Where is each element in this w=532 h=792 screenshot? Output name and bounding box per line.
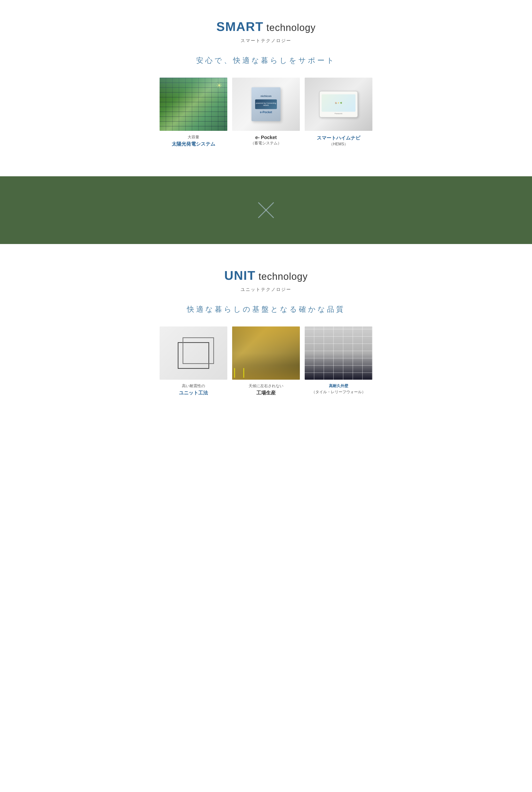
battery-pocket: powered by Connecting HEMS: [255, 99, 277, 109]
hems-label-main: スマートハイムナビ: [305, 135, 373, 141]
battery-brand: nichicon: [261, 95, 271, 97]
unit-title: UNIT technology: [5, 268, 527, 283]
hems-brand: Panasonic: [335, 113, 343, 114]
battery-image: nichicon powered by Connecting HEMS e-Po…: [232, 78, 300, 131]
factory-line1: [234, 368, 235, 378]
solar-label-sub: 大容量: [159, 135, 227, 140]
smart-title: SMART technology: [5, 19, 527, 34]
hems-screen: 🏠 ⚡ 🌿: [322, 94, 356, 112]
unit-frame-3d: [173, 335, 214, 371]
unit-section: UNIT technology ユニットテクノロジー 快適な暮らしの基盤となる確…: [0, 249, 532, 420]
factory-line2: [243, 368, 244, 378]
smart-title-bold: SMART: [216, 19, 264, 34]
battery-label-title: e- Pocket: [232, 135, 300, 140]
factory-label-sub: 天候に左右されない: [232, 383, 300, 389]
frame-corner-tl: [183, 337, 187, 342]
battery-name: e-Pocket: [260, 111, 272, 114]
hems-label-paren: （HEMS）: [305, 142, 373, 147]
tile-wall-image: [305, 326, 373, 380]
product-hems: 🏠 ⚡ 🌿 Panasonic スマートハイムナビ （HEMS）: [305, 78, 373, 147]
solar-label-main: 太陽光発電システム: [159, 141, 227, 147]
unit-frame-image: [159, 326, 227, 380]
tile-label-paren: （タイル・レリーフウォール）: [305, 390, 373, 395]
factory-label-main: 工場生産: [232, 390, 300, 396]
hems-device: 🏠 ⚡ 🌿 Panasonic: [319, 91, 358, 117]
unit-tagline: 快適な暮らしの基盤となる確かな品質: [5, 304, 527, 314]
smart-section: SMART technology スマートテクノロジー 安心で、快適な暮らしをサ…: [0, 0, 532, 171]
unit-frame-label-main: ユニット工法: [159, 390, 227, 396]
unit-title-bold: UNIT: [224, 268, 255, 283]
factory-image: [232, 326, 300, 380]
unit-subtitle-jp: ユニットテクノロジー: [5, 287, 527, 293]
product-factory: 天候に左右されない 工場生産: [232, 326, 300, 396]
hems-image: 🏠 ⚡ 🌿 Panasonic: [305, 78, 373, 131]
battery-label-paren: （蓄電システム）: [232, 141, 300, 146]
unit-frame-label-sub: 高い耐震性の: [159, 383, 227, 389]
product-battery: nichicon powered by Connecting HEMS e-Po…: [232, 78, 300, 147]
product-unit-frame: 高い耐震性の ユニット工法: [159, 326, 227, 396]
battery-box: nichicon powered by Connecting HEMS e-Po…: [251, 87, 281, 121]
smart-product-grid: 大容量 太陽光発電システム nichicon powered by Connec…: [157, 78, 375, 147]
divider-band: [0, 176, 532, 244]
smart-tagline: 安心で、快適な暮らしをサポート: [5, 56, 527, 65]
product-solar: 大容量 太陽光発電システム: [159, 78, 227, 147]
unit-product-grid: 高い耐震性の ユニット工法 天候に左右されない 工場生産 高耐久外壁: [157, 326, 375, 396]
smart-subtitle-jp: スマートテクノロジー: [5, 38, 527, 43]
page-wrapper: SMART technology スマートテクノロジー 安心で、快適な暮らしをサ…: [0, 0, 532, 420]
frame-corner-tr: [209, 337, 214, 342]
unit-title-light: technology: [259, 271, 308, 282]
smart-title-light: technology: [266, 22, 316, 33]
product-tile-wall: 高耐久外壁 （タイル・レリーフウォール）: [305, 326, 373, 396]
frame-corner-bl: [183, 359, 187, 364]
x-symbol: [254, 198, 278, 222]
factory-floor: [232, 365, 300, 380]
tile-label-sub: 高耐久外壁: [305, 383, 373, 389]
frame-corner-br: [209, 359, 214, 364]
solar-image: [159, 78, 227, 131]
